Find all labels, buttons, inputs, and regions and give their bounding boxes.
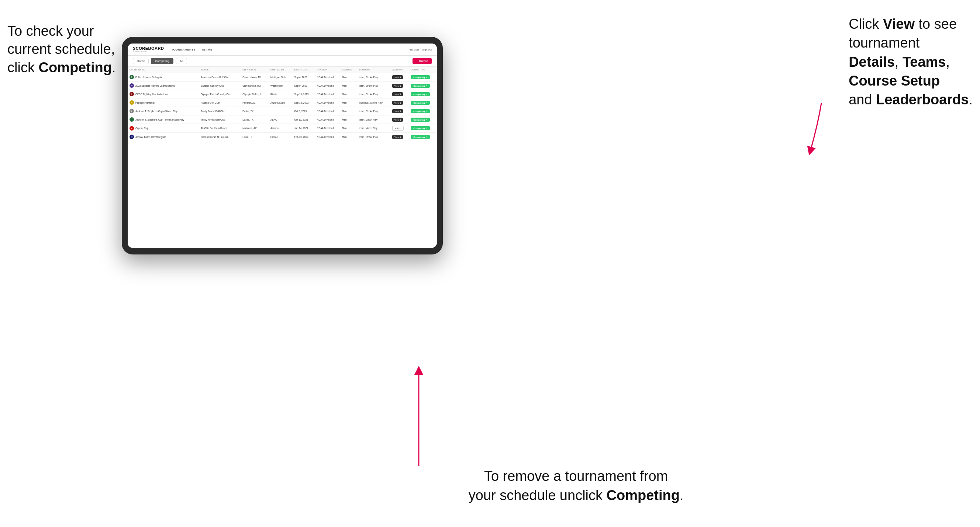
header-right: Test User Sign out (409, 48, 432, 51)
tablet-screen: SCOREBOARD Powered by clipp TOURNAMENTS … (128, 43, 437, 248)
competing-button[interactable]: Competing ✓ (410, 101, 430, 105)
tab-all[interactable]: All (176, 58, 187, 64)
tab-home[interactable]: Home (133, 58, 149, 64)
cell-division-5: NCAA Division I (315, 116, 340, 124)
cell-competing-2: Competing ✓ (409, 90, 437, 98)
toolbar: Home Competing All + Create (128, 56, 437, 67)
cell-action-5: View ℹ (390, 116, 409, 124)
competing-button[interactable]: Competing ✓ (410, 135, 430, 139)
arrow-bottom-to-competing (410, 363, 428, 470)
view-button[interactable]: View ℹ (392, 117, 403, 122)
col-city: CITY, STATE (240, 67, 269, 73)
col-scoring: SCORING (357, 67, 390, 73)
cell-action-0: View ℹ (390, 73, 409, 81)
cell-date-6: Jan 14, 2024 (293, 124, 315, 133)
event-name: 2023 Sahalee Players Championship (135, 84, 175, 87)
cell-scoring-2: team, Stroke Play (357, 90, 390, 98)
cell-venue-7: Ocean Course At Hokuala (199, 133, 240, 141)
cell-division-0: NCAA Division I (315, 73, 340, 81)
scoreboard-logo: SCOREBOARD Powered by clipp (133, 46, 164, 52)
table-row: J Jackson T. Stephens Cup – Stroke Play … (128, 107, 437, 116)
cell-scoring-0: team, Stroke Play (357, 73, 390, 81)
cell-city-0: Grand Haven, MI (240, 73, 269, 81)
col-competing: COMPETING (409, 67, 437, 73)
col-date: START DATE (293, 67, 315, 73)
cell-gender-7: Men (340, 133, 357, 141)
cell-city-2: Olympia Fields, IL (240, 90, 269, 98)
cell-gender-3: Men (340, 98, 357, 107)
cell-hosted-6: Arizona (269, 124, 293, 133)
team-logo: P (129, 100, 134, 105)
logo-sub-text: Powered by clipp (133, 51, 164, 52)
event-name: OFCC Fighting Illini Invitational (135, 93, 168, 95)
cell-hosted-4 (269, 107, 293, 116)
competing-button[interactable]: Competing ✓ (410, 84, 430, 88)
cell-date-0: Sep 4, 2023 (293, 73, 315, 81)
cell-action-6: ✏ Edit (390, 124, 409, 133)
cell-city-5: Dallas, TX (240, 116, 269, 124)
nav-teams[interactable]: TEAMS (202, 48, 213, 51)
tablet-device: SCOREBOARD Powered by clipp TOURNAMENTS … (122, 37, 443, 254)
view-button[interactable]: View ℹ (392, 109, 403, 113)
edit-button[interactable]: ✏ Edit (392, 126, 404, 130)
cell-hosted-3: Arizona State (269, 98, 293, 107)
cell-hosted-2: Illinois (269, 90, 293, 98)
cell-action-3: View ℹ (390, 98, 409, 107)
cell-scoring-4: team, Stroke Play (357, 107, 390, 116)
col-event-name: EVENT NAME (128, 67, 199, 73)
annotation-bottom: To remove a tournament from your schedul… (469, 467, 684, 505)
cell-date-2: Sep 15, 2023 (293, 90, 315, 98)
team-logo: W (129, 83, 134, 88)
team-logo: I (129, 92, 134, 96)
cell-venue-3: Papago Golf Club (199, 98, 240, 107)
col-gender: GENDER (340, 67, 357, 73)
team-logo: J (129, 117, 134, 122)
table-header-row: EVENT NAME VENUE CITY, STATE HOSTED BY S… (128, 67, 437, 73)
cell-competing-0: Competing ✓ (409, 73, 437, 81)
competing-button[interactable]: Competing ✓ (410, 117, 430, 122)
signout-link[interactable]: Sign out (422, 48, 432, 51)
annotation-top-right: Click View to see tournament Details, Te… (849, 15, 973, 109)
view-button[interactable]: View ℹ (392, 101, 403, 105)
tab-competing[interactable]: Competing (151, 58, 173, 64)
table-row: A Copper Cup Ak-Chin Southern DunesMaric… (128, 124, 437, 133)
nav-tournaments[interactable]: TOURNAMENTS (171, 48, 195, 51)
cell-hosted-5: ABAC (269, 116, 293, 124)
competing-button[interactable]: Competing ✓ (410, 75, 430, 79)
cell-city-3: Phoenix, AZ (240, 98, 269, 107)
create-button[interactable]: + Create (412, 58, 432, 64)
cell-gender-2: Men (340, 90, 357, 98)
cell-city-7: Lihue, HI (240, 133, 269, 141)
cell-city-4: Dallas, TX (240, 107, 269, 116)
cell-action-2: View ℹ (390, 90, 409, 98)
cell-division-1: NCAA Division I (315, 81, 340, 90)
cell-event-1: W 2023 Sahalee Players Championship (128, 81, 199, 90)
cell-venue-0: American Dunes Golf Club (199, 73, 240, 81)
competing-button[interactable]: Competing ✓ (410, 126, 430, 130)
cell-event-7: H John A. Burns Intercollegiate (128, 133, 199, 141)
col-venue: VENUE (199, 67, 240, 73)
cell-division-6: NCAA Division I (315, 124, 340, 133)
cell-event-0: S Folds of Honor Collegiate (128, 73, 199, 81)
view-button[interactable]: View ℹ (392, 84, 403, 88)
view-button[interactable]: View ℹ (392, 135, 403, 139)
col-hosted: HOSTED BY (269, 67, 293, 73)
competing-button[interactable]: Competing ✓ (410, 92, 430, 96)
cell-gender-4: Men (340, 107, 357, 116)
cell-date-1: Sep 9, 2023 (293, 81, 315, 90)
cell-scoring-7: team, Stroke Play (357, 133, 390, 141)
cell-competing-6: Competing ✓ (409, 124, 437, 133)
view-button[interactable]: View ℹ (392, 92, 403, 96)
competing-button[interactable]: Competing ✓ (410, 109, 430, 113)
app-header: SCOREBOARD Powered by clipp TOURNAMENTS … (128, 43, 437, 56)
cell-hosted-1: Washington (269, 81, 293, 90)
cell-scoring-6: team, Match Play (357, 124, 390, 133)
tournaments-table: EVENT NAME VENUE CITY, STATE HOSTED BY S… (128, 67, 437, 141)
cell-competing-4: Competing ✓ (409, 107, 437, 116)
view-button[interactable]: View ℹ (392, 75, 403, 79)
table-row: I OFCC Fighting Illini Invitational Olym… (128, 90, 437, 98)
cell-city-6: Maricopa, AZ (240, 124, 269, 133)
nav-items: TOURNAMENTS TEAMS (171, 48, 212, 51)
annotation-top-left: To check your current schedule, click Co… (7, 22, 116, 77)
team-logo: H (129, 135, 134, 139)
